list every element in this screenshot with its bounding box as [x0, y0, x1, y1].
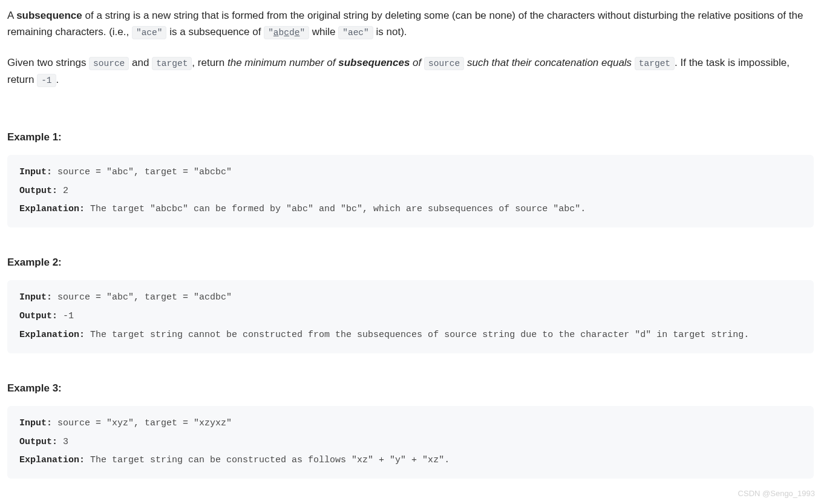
code-literal: target [152, 57, 192, 70]
italic-text: the minimum number of [227, 57, 338, 68]
example-explanation: The target string can be constructed as … [85, 455, 450, 465]
label-output: Output: [19, 311, 57, 321]
text: while [309, 26, 338, 38]
label-explanation: Explanation: [19, 204, 85, 214]
code-literal: -1 [37, 74, 56, 87]
code-literal: "ace" [132, 26, 167, 39]
example-block: Input: source = "abc", target = "acdbc" … [7, 280, 814, 353]
label-input: Input: [19, 292, 52, 303]
code-literal: "abcde" [264, 26, 309, 39]
text: is a subsequence of [166, 26, 264, 38]
example-output: 3 [57, 437, 68, 447]
example-block: Input: source = "xyz", target = "xzyxz" … [7, 406, 814, 479]
text: . [56, 74, 59, 85]
code-literal: source [424, 57, 464, 70]
example-heading: Example 3: [7, 380, 814, 396]
bold-text: subsequence [16, 10, 82, 21]
label-output: Output: [19, 186, 57, 196]
code-literal: "aec" [338, 26, 373, 39]
text: , return [192, 57, 227, 68]
example-input: source = "abc", target = "abcbc" [52, 167, 232, 177]
example-output: -1 [57, 311, 74, 321]
label-input: Input: [19, 167, 52, 177]
example-input: source = "xyz", target = "xzyxz" [52, 418, 232, 428]
example-heading: Example 2: [7, 254, 814, 270]
text: Given two strings [7, 57, 89, 68]
example-heading: Example 1: [7, 129, 814, 145]
example-block: Input: source = "abc", target = "abcbc" … [7, 155, 814, 227]
label-input: Input: [19, 418, 52, 428]
example-explanation: The target "abcbc" can be formed by "abc… [85, 204, 586, 214]
code-literal: source [89, 57, 129, 70]
text: A [7, 10, 16, 21]
problem-description: A subsequence of a string is a new strin… [7, 7, 814, 479]
text: is not). [373, 26, 407, 38]
italic-text: such that their concatenation equals [464, 57, 635, 68]
label-explanation: Explanation: [19, 455, 85, 465]
example-explanation: The target string cannot be constructed … [85, 330, 749, 340]
text: and [129, 57, 152, 68]
italic-text: of [410, 57, 424, 68]
label-output: Output: [19, 437, 57, 447]
label-explanation: Explanation: [19, 330, 85, 340]
example-output: 2 [57, 186, 68, 196]
paragraph-task: Given two strings source and target, ret… [7, 54, 814, 87]
code-literal: target [635, 57, 675, 70]
paragraph-definition: A subsequence of a string is a new strin… [7, 7, 814, 40]
example-input: source = "abc", target = "acdbc" [52, 292, 232, 303]
bold-italic-text: subsequences [338, 57, 410, 68]
